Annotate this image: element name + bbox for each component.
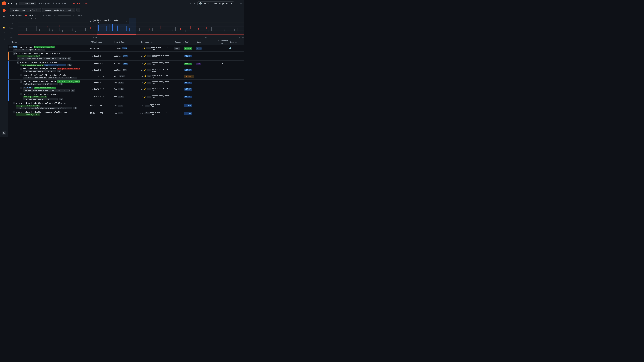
chart-p99-label: 1.71s p99 [28, 18, 36, 20]
time-range-button[interactable]: 🕐 Last 30 minutes Europe/Berlin ▾ [198, 1, 234, 5]
th-operation-type[interactable]: Operation type [217, 39, 229, 45]
popup-close-button[interactable]: ✕ [126, 20, 127, 22]
svg-rect-76 [241, 30, 241, 32]
svg-rect-69 [208, 30, 208, 32]
expand-button[interactable]: − [13, 52, 16, 55]
sidebar-item-apps[interactable]: ⊛ [2, 36, 6, 41]
span-name: prepareOrderItemsAndShippingQuoteFromCar… [23, 74, 68, 76]
sidebar-item-dashboards[interactable]: ⊞ [2, 14, 6, 18]
sidebar-item-alerts[interactable]: 🔔 [2, 25, 6, 30]
op-badge: HTTP [196, 47, 202, 50]
svg-rect-44 [141, 26, 142, 29]
add-filter-button[interactable]: + [76, 8, 80, 12]
svg-rect-73 [228, 28, 228, 31]
sidebar-item-logo[interactable] [2, 8, 6, 13]
svg-rect-53 [223, 28, 223, 30]
table-row[interactable]: + oteldemo.PaymentService/Charge rpc.grp… [8, 80, 244, 86]
th-name[interactable]: ✓ Name [10, 39, 90, 45]
table-row[interactable]: − oteldemo.CheckoutService PlaceOrder rp… [8, 60, 244, 67]
svg-rect-64 [182, 28, 182, 31]
chart-body[interactable]: 5.14s max 1.71s p99 [18, 18, 244, 35]
table-row[interactable]: + HTTP POST http.status_code=200 net.pee… [8, 86, 244, 92]
th-root[interactable]: Root [184, 39, 196, 45]
shortcuts-icon[interactable]: ⌨ [189, 1, 192, 5]
error-status[interactable]: ERROR [25, 14, 33, 16]
svg-rect-10 [46, 28, 46, 31]
grafana-logo[interactable] [2, 1, 6, 5]
svg-rect-16 [66, 27, 66, 31]
svg-rect-41 [48, 26, 48, 27]
table-row[interactable]: + grpc.oteldemo.ProductCatalogService/Ge… [8, 110, 244, 116]
svg-rect-74 [234, 29, 234, 31]
chart-area[interactable]: > 1.71s 1.32s 922ms 527ms 132ms [8, 18, 244, 39]
expand-button[interactable]: + [20, 80, 22, 83]
attr-badge: net.peer.name=opentelemetry-demo-checkou… [16, 57, 67, 60]
filter-service-name[interactable]: service.name = frontend ✕ [10, 8, 41, 12]
table-row[interactable]: − POST /api/checkout http.status_code=20… [8, 45, 244, 52]
row-main: + grpc.oteldemo.ProductCatalogService/Ge… [8, 110, 244, 116]
spans-info: # of spans: 0 81 (max) [40, 14, 82, 16]
svg-rect-8 [40, 29, 40, 31]
ok-status[interactable]: OK & UNSET [10, 14, 23, 16]
name-cell: + HTTP POST http.status_code=200 net.pee… [10, 86, 90, 92]
svg-rect-42 [59, 25, 59, 27]
plus-badge[interactable]: +4 [68, 57, 71, 60]
name-row: − POST /api/checkout http.status_code=20… [10, 46, 55, 48]
chart-y-axis: > 1.71s 1.32s 922ms 527ms 132ms [8, 18, 18, 38]
main-content: service.name = frontend ✕ otel.parent.id… [8, 7, 244, 137]
table-row[interactable]: − oteldemo.CartService/EmptyCart rpc.grp… [8, 67, 244, 73]
kind-cell: SERVER [184, 47, 196, 50]
plus-badge[interactable]: +7 [42, 49, 45, 51]
svg-rect-71 [218, 28, 218, 31]
row-main: + HTTP POST http.status_code=200 net.pee… [8, 86, 244, 92]
sidebar-item-help[interactable]: ? [2, 125, 6, 130]
expand-button[interactable]: + [20, 74, 22, 76]
svg-rect-61 [166, 28, 166, 31]
table-row[interactable]: − grpc.oteldemo.CheckoutService/PlaceOrd… [8, 52, 244, 60]
method-badge: POST [12, 46, 18, 48]
svg-rect-47 [169, 27, 169, 30]
refresh-icon[interactable]: ↺ [235, 1, 238, 5]
table-row[interactable]: + oteldemo.ShippingService/ShipOrder rpc… [8, 92, 244, 101]
root-cell: ROOT [174, 47, 184, 50]
pct-badge: 100% [122, 47, 128, 49]
filter-otel-parent-id[interactable]: otel.parent.id is not set ✕ [42, 8, 75, 12]
th-kind[interactable]: Kind [196, 39, 217, 45]
timerange-popup[interactable]: ⊞ Set timerange & duration filter ✕ [88, 18, 129, 24]
sidebar-item-explore[interactable]: ⊹ [2, 19, 6, 24]
expand-button[interactable]: + [20, 87, 22, 89]
th-events[interactable]: Events [229, 39, 239, 45]
clear-filters-button[interactable]: ✕ Clear filters [19, 1, 36, 5]
th-start-time[interactable]: Start time [113, 39, 140, 45]
checkbox-icon[interactable]: ✓ [10, 41, 12, 43]
expand-button[interactable]: + [13, 111, 15, 113]
row-main: − POST /api/checkout http.status_code=20… [8, 45, 244, 51]
th-attributes[interactable]: Attributes [90, 39, 113, 45]
table-row[interactable]: + grpc.oteldemo.ProductCatalogService/Ge… [8, 101, 244, 110]
avatar[interactable]: DU [2, 131, 6, 135]
chart-svg [18, 18, 244, 35]
remove-service-name-filter[interactable]: ✕ [38, 9, 39, 11]
svg-rect-67 [195, 29, 196, 31]
status-close-button[interactable]: ✕ [35, 14, 36, 16]
row-main: + oteldemo.PaymentService/Charge rpc.grp… [8, 80, 244, 86]
row-main: + oteldemo.ShippingService/ShipOrder rpc… [8, 92, 244, 101]
sidebar-item-connections[interactable]: ⬡ [2, 31, 6, 35]
th-duration[interactable]: Duration ↓ [140, 39, 174, 45]
expand-button[interactable]: − [20, 67, 22, 70]
expand-button[interactable]: + [13, 102, 15, 104]
name-cell: + oteldemo.PaymentService/Charge rpc.grp… [10, 80, 90, 86]
svg-rect-9 [43, 30, 43, 32]
error-badge: 1K errors (6.6%) [69, 2, 89, 4]
remove-otel-parent-filter[interactable]: ✕ [72, 9, 74, 11]
svg-rect-57 [146, 30, 146, 32]
table-row[interactable]: + prepareOrderItemsAndShippingQuoteFromC… [8, 73, 244, 80]
svg-rect-52 [215, 26, 215, 29]
expand-button[interactable]: − [16, 61, 19, 63]
attr-badge: rpc.grpc.status_code=0 [16, 55, 40, 57]
expand-button[interactable]: − [10, 46, 12, 48]
more-icon[interactable]: ⋯ [240, 1, 242, 5]
th-resource[interactable]: Resource [174, 39, 184, 45]
expand-button[interactable]: + [20, 93, 22, 95]
star-icon[interactable]: ★ [193, 1, 196, 5]
